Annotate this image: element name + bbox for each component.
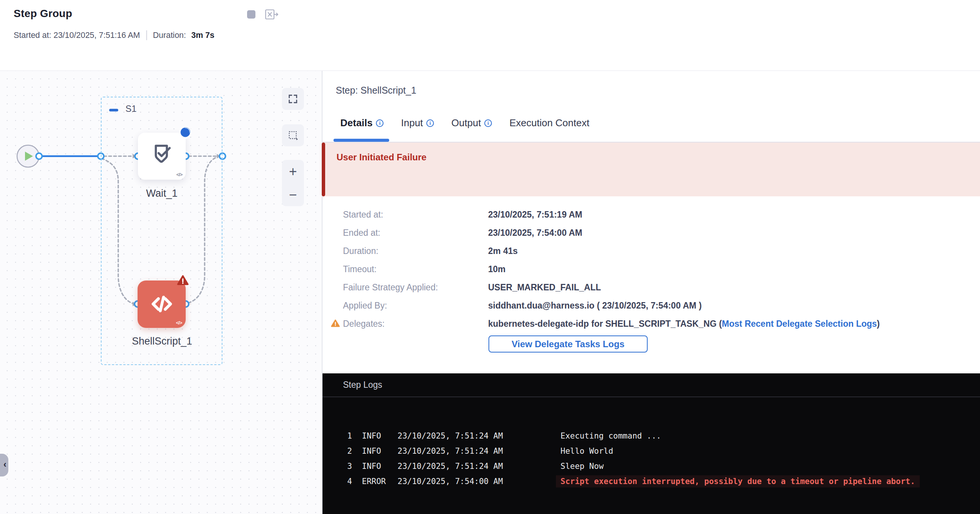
delegate-selection-logs-link[interactable]: Most Recent Delegate Selection Logs: [722, 319, 877, 329]
log-line-number: 2: [343, 447, 352, 456]
log-level: INFO: [362, 431, 391, 441]
failure-banner-accent: [322, 143, 325, 196]
detail-label: Delegates:: [343, 319, 488, 329]
tab-details[interactable]: Details i: [340, 117, 383, 129]
fullscreen-icon: [288, 94, 298, 104]
header: Step Group Started at: 23/10/2025, 7:51:…: [0, 0, 980, 71]
shield-check-icon: [149, 142, 175, 169]
detail-label: Duration:: [343, 246, 488, 256]
info-icon[interactable]: i: [484, 119, 492, 127]
pipeline-canvas[interactable]: S1 </> Wait_1 </>: [0, 71, 322, 514]
detail-label: Timeout:: [343, 264, 488, 274]
started-at-label: Started at:: [14, 31, 51, 40]
view-delegate-tasks-logs-button[interactable]: View Delegate Tasks Logs: [488, 336, 648, 353]
log-message: Sleep Now: [560, 462, 604, 471]
chevron-left-icon: ‹: [3, 459, 6, 469]
detail-value: 10m: [488, 264, 506, 274]
run-meta: Started at: 23/10/2025, 7:51:16 AM Durat…: [14, 30, 215, 40]
zoom-controls: + −: [282, 160, 304, 206]
step-title: Step: ShellScript_1: [336, 85, 417, 96]
delegates-value: kubernetes-delegate-idp for SHELL_SCRIPT…: [488, 319, 880, 329]
detail-label: Failure Strategy Applied:: [343, 282, 488, 293]
detail-row-ended: Ended at: 23/10/2025, 7:54:00 AM: [343, 228, 880, 239]
step-logs-section: Step Logs 1 INFO 23/10/2025, 7:51:24 AM …: [323, 373, 980, 514]
wait-step-label: Wait_1: [134, 188, 190, 199]
log-timestamp: 23/10/2025, 7:51:24 AM: [398, 447, 523, 456]
log-line: 3 INFO 23/10/2025, 7:51:24 AM Sleep Now: [343, 459, 980, 474]
detail-row-timeout: Timeout: 10m: [343, 264, 880, 275]
marquee-icon: [288, 130, 298, 140]
log-error-message: Script execution interrupted, possibly d…: [556, 475, 920, 487]
tab-input[interactable]: Input i: [401, 117, 434, 129]
log-line-error: 4 ERROR 23/10/2025, 7:54:00 AM Script ex…: [343, 474, 980, 489]
paren: ): [877, 319, 880, 329]
delegate-name: kubernetes-delegate-idp for SHELL_SCRIPT…: [488, 319, 717, 329]
log-line-number: 3: [343, 462, 352, 471]
shellscript-step-node[interactable]: </>: [138, 280, 186, 328]
tab-execution-context[interactable]: Execution Context: [509, 117, 589, 129]
step-status-running-icon: [179, 126, 192, 139]
detail-label: Applied By:: [343, 301, 488, 311]
log-timestamp: 23/10/2025, 7:51:24 AM: [398, 462, 523, 471]
detail-value: USER_MARKED_FAIL_ALL: [488, 282, 601, 293]
code-badge-icon: </>: [176, 320, 182, 326]
step-logs-title: Step Logs: [343, 380, 382, 390]
zoom-in-button[interactable]: +: [282, 160, 304, 183]
delegates-label: Delegates:: [343, 319, 385, 329]
detail-value: 23/10/2025, 7:51:19 AM: [488, 210, 582, 220]
detail-tabs: Details i Input i Output i Execution Con…: [340, 117, 589, 129]
step-logs-console[interactable]: 1 INFO 23/10/2025, 7:51:24 AM Executing …: [323, 397, 980, 489]
panel-toggle-handle[interactable]: ‹: [0, 454, 8, 476]
log-line-number: 4: [343, 477, 352, 486]
active-tab-indicator: [334, 139, 389, 142]
info-icon[interactable]: i: [426, 119, 434, 127]
log-line-number: 1: [343, 431, 352, 441]
wait-step-node[interactable]: </>: [138, 133, 186, 180]
detail-value: 2m 41s: [488, 246, 518, 256]
detail-row-applied-by: Applied By: siddhant.dua@harness.io ( 23…: [343, 301, 880, 311]
failure-banner: User Initiated Failure: [322, 143, 980, 196]
log-line: 1 INFO 23/10/2025, 7:51:24 AM Executing …: [343, 428, 980, 444]
tab-execution-context-label: Execution Context: [509, 117, 589, 129]
tab-details-label: Details: [340, 117, 372, 129]
meta-divider: [146, 30, 147, 40]
duration-label: Duration:: [153, 31, 186, 40]
log-line: 2 INFO 23/10/2025, 7:51:24 AM Hello Worl…: [343, 444, 980, 459]
detail-row-delegates: Delegates: kubernetes-delegate-idp for S…: [343, 319, 880, 329]
failure-warning-icon: [177, 275, 189, 286]
code-icon: [148, 291, 175, 317]
detail-row-started: Started at: 23/10/2025, 7:51:19 AM: [343, 210, 880, 220]
tab-output-label: Output: [451, 117, 481, 129]
log-timestamp: 23/10/2025, 7:51:24 AM: [398, 431, 523, 441]
detail-label: Ended at:: [343, 228, 488, 238]
tab-output[interactable]: Output i: [451, 117, 492, 129]
step-details-panel: Step: ShellScript_1 Details i Input i Ou…: [323, 71, 980, 373]
fullscreen-button[interactable]: [282, 88, 304, 110]
detail-value: siddhant.dua@harness.io ( 23/10/2025, 7:…: [488, 301, 702, 311]
log-level: INFO: [362, 462, 391, 471]
code-badge-icon: </>: [176, 172, 182, 177]
abort-exit-icon: [265, 9, 279, 20]
log-message: Hello World: [560, 447, 613, 456]
info-icon[interactable]: i: [376, 119, 383, 127]
zoom-out-button[interactable]: −: [282, 183, 304, 206]
log-level: ERROR: [362, 477, 391, 486]
log-level: INFO: [362, 447, 391, 456]
failure-banner-title: User Initiated Failure: [337, 152, 426, 162]
detail-row-duration: Duration: 2m 41s: [343, 246, 880, 257]
page-title: Step Group: [14, 8, 72, 20]
tab-input-label: Input: [401, 117, 423, 129]
detail-row-failure-strategy: Failure Strategy Applied: USER_MARKED_FA…: [343, 282, 880, 293]
collapse-group-button[interactable]: [109, 109, 118, 111]
abort-pipeline-button[interactable]: [265, 9, 279, 20]
step-details-list: Started at: 23/10/2025, 7:51:19 AM Ended…: [343, 210, 880, 329]
log-message: Executing command ...: [560, 431, 661, 441]
group-label: S1: [126, 103, 137, 114]
shellscript-step-label: ShellScript_1: [129, 336, 195, 347]
warning-triangle-icon: [331, 319, 340, 330]
marquee-select-button[interactable]: [282, 124, 304, 146]
log-timestamp: 23/10/2025, 7:54:00 AM: [398, 477, 523, 486]
stop-button[interactable]: [247, 10, 255, 19]
detail-value: 23/10/2025, 7:54:00 AM: [488, 228, 582, 238]
app-root: Step Group Started at: 23/10/2025, 7:51:…: [0, 0, 980, 514]
